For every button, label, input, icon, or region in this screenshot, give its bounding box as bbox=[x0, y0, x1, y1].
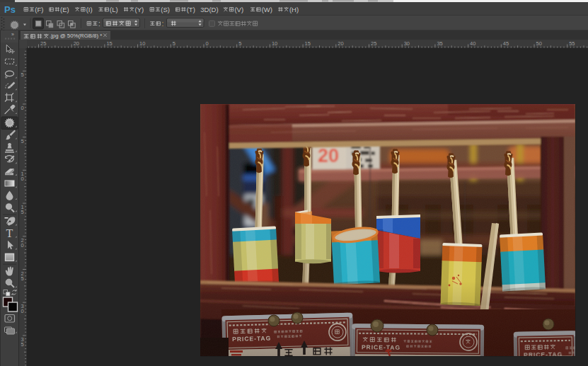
svg-text:30: 30 bbox=[404, 40, 410, 47]
svg-text:5: 5 bbox=[21, 341, 24, 348]
svg-text:(H): (H) bbox=[289, 6, 299, 13]
svg-text:0: 0 bbox=[206, 40, 209, 47]
svg-text:(Y): (Y) bbox=[135, 6, 144, 13]
svg-text:(W): (W) bbox=[262, 6, 272, 13]
svg-text:5: 5 bbox=[21, 138, 24, 144]
svg-text:0: 0 bbox=[21, 105, 24, 111]
svg-text:40: 40 bbox=[470, 40, 475, 47]
svg-text:25: 25 bbox=[40, 40, 46, 47]
svg-text:0: 0 bbox=[21, 242, 24, 248]
svg-text:(L): (L) bbox=[110, 6, 118, 13]
svg-text:10: 10 bbox=[139, 40, 145, 47]
svg-text:(V): (V) bbox=[234, 6, 243, 13]
svg-text:0: 0 bbox=[21, 176, 24, 182]
svg-text:»: » bbox=[11, 32, 14, 37]
svg-text:5: 5 bbox=[21, 72, 24, 78]
svg-text:50: 50 bbox=[536, 40, 542, 47]
svg-text:(F): (F) bbox=[35, 6, 43, 13]
svg-text:T: T bbox=[6, 227, 13, 239]
svg-text:(T): (T) bbox=[187, 6, 195, 13]
svg-text:5: 5 bbox=[21, 209, 24, 215]
svg-text:.jpg @ 50%(RGB/8) *: .jpg @ 50%(RGB/8) * bbox=[50, 33, 102, 39]
svg-text:15: 15 bbox=[106, 40, 112, 47]
svg-text:10: 10 bbox=[272, 40, 277, 47]
svg-text:55: 55 bbox=[569, 40, 575, 47]
svg-text:5: 5 bbox=[238, 40, 241, 47]
svg-text:25: 25 bbox=[371, 40, 376, 47]
svg-text:20: 20 bbox=[338, 40, 343, 47]
svg-text:(S): (S) bbox=[161, 6, 170, 13]
svg-text:0: 0 bbox=[21, 308, 24, 314]
svg-text:(E): (E) bbox=[60, 6, 69, 13]
svg-text:3D(D): 3D(D) bbox=[200, 6, 218, 13]
svg-text:20: 20 bbox=[74, 40, 79, 47]
svg-text:35: 35 bbox=[437, 40, 442, 47]
svg-text:(I): (I) bbox=[86, 6, 93, 13]
svg-text::: : bbox=[162, 20, 164, 28]
svg-text:Ps: Ps bbox=[4, 4, 16, 15]
svg-text:45: 45 bbox=[503, 40, 509, 47]
svg-text:15: 15 bbox=[305, 40, 311, 47]
svg-text:5: 5 bbox=[21, 275, 24, 282]
svg-text::: : bbox=[98, 20, 100, 28]
svg-text:5: 5 bbox=[173, 40, 175, 47]
